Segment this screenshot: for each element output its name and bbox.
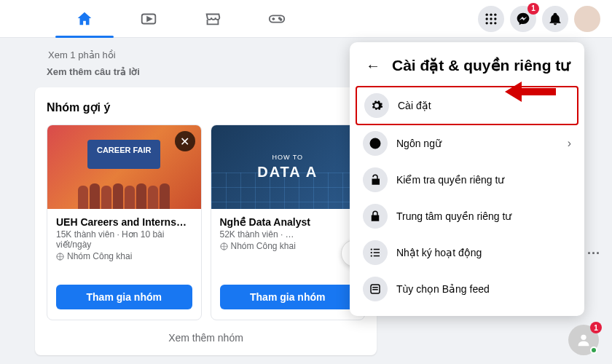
menu-item-activity-log[interactable]: Nhật ký hoạt động: [356, 234, 578, 271]
marketplace-tab[interactable]: [184, 0, 242, 38]
group-name: UEH Careers and Internship Shares: [56, 216, 192, 228]
online-indicator: [590, 347, 597, 354]
chevron-right-icon: ›: [568, 137, 571, 150]
messenger-button[interactable]: 1: [510, 6, 536, 32]
svg-point-3: [280, 19, 282, 20]
join-group-button[interactable]: Tham gia nhóm: [220, 285, 356, 309]
watch-tab[interactable]: [119, 0, 178, 38]
settings-privacy-dropdown: ← Cài đặt & quyền riêng tư Cài đặt Ngôn …: [350, 42, 584, 316]
group-visibility: Nhóm Công khai: [220, 241, 356, 251]
group-cover-1: ✕: [47, 125, 201, 209]
group-meta: 52K thành viên · …: [220, 229, 356, 240]
svg-rect-20: [374, 249, 380, 250]
svg-point-12: [494, 22, 496, 24]
svg-point-17: [371, 248, 372, 250]
svg-point-8: [490, 17, 492, 20]
group-name: Nghề Data Analyst: [220, 216, 356, 228]
home-tab[interactable]: [55, 0, 114, 38]
menu-item-privacy-center[interactable]: Trung tâm quyền riêng tư: [356, 198, 578, 234]
svg-point-4: [486, 13, 488, 15]
lock-open-icon: [363, 167, 388, 192]
chat-badge: 1: [590, 322, 602, 333]
svg-point-5: [490, 13, 492, 15]
group-card-1[interactable]: ✕ UEH Careers and Internship Shares 15K …: [47, 124, 202, 320]
svg-rect-21: [374, 252, 380, 253]
svg-point-11: [490, 22, 492, 24]
card-title: Nhóm gợi ý: [47, 100, 110, 114]
new-message-button[interactable]: 1: [568, 325, 599, 355]
svg-point-10: [486, 22, 488, 24]
svg-rect-24: [372, 287, 378, 288]
menu-item-settings[interactable]: Cài đặt: [356, 86, 578, 125]
gear-icon: [364, 93, 389, 118]
profile-avatar[interactable]: [574, 6, 600, 32]
nav-tabs: [55, 0, 306, 38]
header-right-icons: 1: [478, 6, 600, 32]
group-meta: 15K thành viên · Hơn 10 bài viết/ngày: [56, 229, 192, 250]
group-cover-2: HOW TO DATA A: [211, 125, 365, 209]
svg-point-9: [494, 17, 496, 20]
feed-icon: [363, 277, 388, 301]
menu-grid-button[interactable]: [478, 6, 504, 32]
svg-point-6: [494, 13, 496, 15]
join-group-button[interactable]: Tham gia nhóm: [56, 285, 192, 309]
menu-item-feed-prefs[interactable]: Tùy chọn Bảng feed: [356, 271, 578, 307]
gaming-tab[interactable]: [248, 0, 306, 38]
messenger-badge: 1: [527, 3, 539, 15]
contacts-more-icon[interactable]: ···: [587, 246, 600, 261]
dismiss-group-button[interactable]: ✕: [175, 131, 195, 151]
list-icon: [363, 240, 388, 265]
back-button[interactable]: ←: [363, 55, 383, 76]
globe-icon: [363, 131, 388, 156]
see-more-groups[interactable]: Xem thêm nhóm: [47, 332, 365, 344]
suggested-groups-card: Nhóm gợi ý ··· ✕ UEH Careers and Interns…: [35, 87, 377, 355]
notifications-button[interactable]: [542, 6, 568, 32]
svg-point-18: [371, 252, 372, 253]
group-card-2[interactable]: HOW TO DATA A Nghề Data Analyst 52K thàn…: [211, 124, 366, 320]
menu-item-privacy-checkup[interactable]: Kiểm tra quyền riêng tư: [356, 162, 578, 198]
svg-point-7: [486, 17, 488, 20]
svg-point-26: [581, 335, 586, 340]
menu-item-language[interactable]: Ngôn ngữ ›: [356, 125, 578, 162]
svg-rect-25: [372, 289, 378, 290]
svg-rect-22: [374, 256, 380, 257]
group-visibility: Nhóm Công khai: [56, 251, 192, 261]
dropdown-title: Cài đặt & quyền riêng tư: [392, 57, 570, 74]
svg-point-19: [371, 255, 372, 256]
feedback-count: Xem 1 phản hồi: [48, 50, 377, 60]
top-navigation: 1: [0, 0, 612, 38]
lock-icon: [363, 204, 388, 229]
see-replies-link[interactable]: Xem thêm câu trả lời: [47, 66, 377, 77]
